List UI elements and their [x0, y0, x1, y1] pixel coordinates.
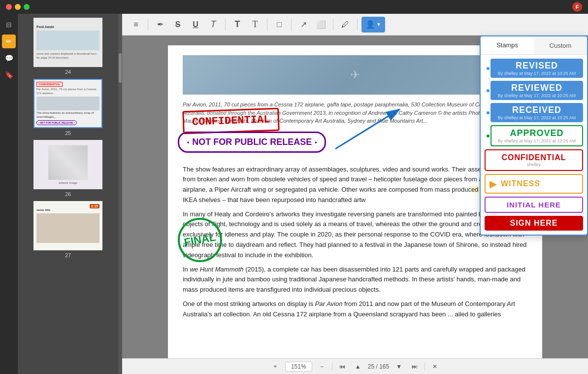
- stamp-panel-tabs: Stamps Custom: [481, 36, 587, 55]
- bottombar: + 151% − ⏮ ▲ 25 / 165 ▼ ⏭ ✕: [122, 358, 588, 374]
- toolbar-separator-2: [225, 19, 226, 31]
- thumbnail-page-25[interactable]: CONFIDENTIAL Par Avion, 2011, 70 cut pie…: [22, 79, 114, 136]
- stamp-received-sub: By shelley at May 17, 2022 at 10:25 AM: [494, 115, 579, 120]
- stamp-initial-here-label: INITIAL HERE: [490, 201, 578, 209]
- stamp-approved[interactable]: APPROVED By shelley at May 17, 2022 at 1…: [485, 125, 583, 146]
- stamp-received[interactable]: RECEIVED By shelley at May 17, 2022 at 1…: [485, 103, 583, 122]
- stamp-witness-label: WITNESS: [501, 179, 540, 188]
- toolbar-separator-6: [357, 19, 358, 31]
- stamp-approved-sub: By shelley at May 17, 2022 at 10:25 AM: [495, 138, 578, 143]
- comment-icon[interactable]: 💬: [2, 51, 16, 65]
- stamp-dot: [487, 111, 490, 114]
- zoom-out-btn[interactable]: −: [316, 361, 328, 373]
- fit-page-btn[interactable]: ✕: [429, 361, 441, 373]
- main-area: ⊟ ✏ 💬 🔖 Post-haste some text content dis…: [0, 14, 588, 374]
- stamps-tab[interactable]: Stamps: [481, 36, 534, 54]
- not-for-public-release-stamp: NOT FOR PUBLIC RELEASE: [178, 132, 326, 153]
- sidebar-left: ⊟ ✏ 💬 🔖: [0, 14, 18, 374]
- toolbar: ≡ ✒ S U T T T □ ↗ ⬜ 🖊 👤 ▼: [122, 14, 588, 35]
- toolbar-separator-5: [333, 19, 333, 31]
- thumbnail-page-26[interactable]: artwork image 26: [22, 140, 114, 197]
- confidential-stamp-on-doc: CONFIDENTIAL: [182, 108, 280, 135]
- text-box-btn[interactable]: T: [229, 17, 245, 33]
- stamp-witness-item[interactable]: ▶ WITNESS: [485, 174, 583, 194]
- text-annotation-btn[interactable]: ≡: [128, 17, 144, 33]
- page-indicator: 25 / 165: [368, 363, 389, 370]
- page-number-25: 25: [65, 130, 71, 136]
- zoom-level: 151%: [285, 362, 312, 372]
- stamp-icon: 👤: [365, 20, 375, 29]
- stamp-revised[interactable]: REVISED By shelley at May 17, 2022 at 10…: [485, 59, 583, 78]
- callout-btn[interactable]: □: [271, 17, 287, 33]
- stamp-reviewed-sub: By shelley at May 17, 2022 at 10:25 AM: [494, 93, 579, 98]
- stamp-approved-label: APPROVED: [495, 128, 578, 138]
- strikethrough-btn[interactable]: S: [170, 17, 186, 33]
- page-number-27: 27: [65, 252, 71, 258]
- titlebar: F: [0, 0, 588, 14]
- close-button[interactable]: [6, 4, 12, 10]
- maximize-button[interactable]: [24, 4, 30, 10]
- stamp-revised-sub: By shelley at May 17, 2022 at 10:25 AM: [494, 71, 579, 76]
- stamp-dot: [487, 135, 490, 137]
- stamp-initial-here-item[interactable]: INITIAL HERE: [485, 197, 583, 213]
- toolbar-separator-4: [291, 19, 292, 31]
- minimize-button[interactable]: [15, 4, 21, 10]
- shapes-btn[interactable]: ⬜: [313, 17, 329, 33]
- stamp-received-label: RECEIVED: [494, 105, 579, 115]
- arrow-shape-btn[interactable]: ↗: [295, 17, 311, 33]
- stamp-dot: [487, 89, 490, 92]
- witness-arrow-icon: ▶: [490, 178, 497, 190]
- thumbnail-page-27[interactable]: 2:15 some title 27: [22, 201, 114, 258]
- panel-toggle-icon[interactable]: ⊟: [2, 18, 16, 32]
- custom-tab[interactable]: Custom: [534, 36, 587, 54]
- free-text-btn[interactable]: T: [247, 17, 263, 33]
- highlight-icon[interactable]: ✏: [2, 34, 16, 48]
- page-last-btn[interactable]: ⏭: [409, 361, 421, 373]
- thumbnail-page-24[interactable]: Post-haste some text content displayed i…: [22, 18, 114, 75]
- toolbar-separator-3: [267, 19, 267, 31]
- pen-tool-btn[interactable]: ✒: [152, 17, 168, 33]
- stamp-confidential-sub: shelley: [490, 162, 578, 167]
- stamp-dot: [487, 67, 490, 70]
- page-number-26: 26: [65, 191, 71, 197]
- bookmark-icon[interactable]: 🔖: [2, 68, 16, 82]
- thumbnails-sidebar: Post-haste some text content displayed i…: [18, 14, 118, 374]
- zoom-in-btn[interactable]: +: [269, 361, 281, 373]
- toolbar-separator-1: [148, 19, 148, 31]
- bottom-sep-2: [425, 363, 425, 371]
- text-tool-serif-btn[interactable]: T: [205, 17, 221, 33]
- stamp-dropdown-arrow: ▼: [376, 22, 381, 27]
- doc-paragraph-2: In many of Healy and Cordeiro's artworks…: [183, 209, 527, 261]
- stamp-confidential-item[interactable]: CONFIDENTIAL shelley: [485, 149, 583, 171]
- doc-paragraph-1: The show features an extraordinary array…: [183, 165, 527, 205]
- doc-paragraph-3: In we Hunt Mammoth (2015), a complete ca…: [183, 265, 527, 295]
- pen-draw-btn[interactable]: 🖊: [337, 17, 353, 33]
- stamp-reviewed[interactable]: REVIEWED By shelley at May 17, 2022 at 1…: [485, 81, 583, 100]
- stamp-confidential-label: CONFIDENTIAL: [490, 153, 578, 162]
- underline-btn[interactable]: U: [188, 17, 203, 33]
- document-image: ✈: [183, 55, 527, 95]
- user-avatar: F: [572, 2, 582, 12]
- stamp-list: REVISED By shelley at May 17, 2022 at 10…: [481, 55, 587, 235]
- document-area: ≡ ✒ S U T T T □ ↗ ⬜ 🖊 👤 ▼: [122, 14, 588, 374]
- stamp-reviewed-label: REVIEWED: [494, 83, 579, 93]
- page-next-btn[interactable]: ▼: [393, 361, 405, 373]
- page-first-btn[interactable]: ⏮: [336, 361, 348, 373]
- stamp-btn[interactable]: 👤 ▼: [361, 17, 385, 33]
- traffic-lights: [6, 4, 30, 10]
- sidebar-scrollbar[interactable]: [118, 14, 122, 374]
- bottom-sep: [332, 363, 332, 371]
- page-number-24: 24: [65, 69, 71, 75]
- stamp-panel: Stamps Custom REVISED By shelley at May …: [480, 35, 588, 236]
- stamp-revised-label: REVISED: [494, 61, 579, 71]
- doc-paragraph-4: One of the most striking artworks on dis…: [183, 299, 527, 320]
- stamp-sign-here-label: SIGN HERE: [489, 219, 579, 228]
- stamp-sign-here-item[interactable]: SIGN HERE: [485, 216, 583, 231]
- page-prev-btn[interactable]: ▲: [352, 361, 364, 373]
